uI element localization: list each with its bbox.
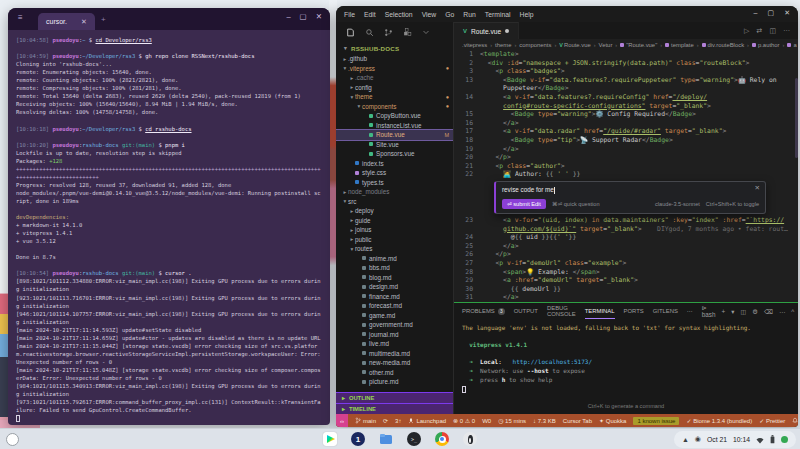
code-line[interactable]: 16 </a> [454, 119, 798, 128]
search-icon[interactable] [365, 28, 374, 37]
tree-item--cache[interactable]: ▸.cache [336, 73, 453, 83]
code-line[interactable]: 1<template> [454, 50, 798, 59]
tree-item--github[interactable]: ▸.github [336, 54, 453, 64]
tree-item-blog-md[interactable]: blog.md [336, 273, 453, 283]
tree-item-finance-md[interactable]: finance.md [336, 292, 453, 302]
breadcrumb-item[interactable]: template [665, 42, 694, 48]
terminal-app-icon[interactable]: >_ [407, 432, 421, 446]
terminal-minimize-icon[interactable]: – [286, 12, 290, 21]
breadcrumb-item[interactable]: div.routeBlock [702, 42, 745, 48]
status-item-0-0[interactable]: ⊗ 0 ⚠ 0 [453, 417, 475, 424]
breadcrumb-item[interactable]: a [787, 42, 796, 48]
panel-tab--[interactable]: ⋯ [687, 308, 693, 314]
status-item-launchpad[interactable]: Launchpad [408, 417, 446, 425]
tree-item-types-ts[interactable]: types.ts [336, 178, 453, 188]
panel-tab-output[interactable]: OUTPUT [514, 308, 538, 314]
code-line[interactable]: 30 {{ demoUrl }} [454, 285, 798, 294]
quick-question-label[interactable]: ⌘⏎ quick question [552, 200, 600, 209]
vscode-minimize-icon[interactable]: – [754, 9, 758, 17]
split-terminal-icon[interactable]: ◫ [740, 308, 746, 315]
tree-item-bbs-md[interactable]: bbs.md [336, 263, 453, 273]
menu-terminal[interactable]: Terminal [485, 11, 511, 18]
code-line[interactable]: 20 </p> [454, 153, 798, 162]
system-tray[interactable]: ▲ ◉ Oct 21 10:14 [674, 431, 796, 448]
tree-item-components[interactable]: ▾components● [336, 102, 453, 112]
code-editor[interactable]: 1<template>2 <div :id="namespace + JSON.… [454, 50, 798, 302]
code-line[interactable]: 25 </a> [454, 242, 798, 251]
launcher-button[interactable] [6, 433, 19, 446]
code-line[interactable]: 31 </a> [454, 293, 798, 302]
linux-penguin-icon[interactable] [463, 432, 477, 446]
breadcrumb-item[interactable]: .vitepress [462, 42, 487, 48]
code-line[interactable]: 19 </a> [454, 145, 798, 154]
status-item-biome-1-3-4-bundled[interactable]: ✓ Biome 1.3.4 (bundled) [686, 417, 752, 424]
status-item-1-known-issue[interactable]: 1 known issue [633, 417, 679, 425]
tree-item-joinus[interactable]: ▸joinus [336, 225, 453, 235]
new-terminal-icon[interactable]: + [722, 308, 726, 315]
more-actions-icon[interactable]: ⋯ [783, 27, 790, 35]
tree-item-site-vue[interactable]: Site.vue [336, 140, 453, 150]
status-item-quokka[interactable]: ✦ Quokka [599, 417, 626, 424]
code-line[interactable]: 15 <Badge type="warning">⚙️ Config Requi… [454, 110, 798, 119]
tree-item-other-md[interactable]: other.md [336, 368, 453, 378]
tree-item-live-md[interactable]: live.md [336, 339, 453, 349]
source-control-icon[interactable] [384, 28, 393, 37]
tree-item-index-ts[interactable]: index.ts [336, 159, 453, 169]
terminal-output[interactable]: [10:04:58] pseudoyu:~ $ cd Developer/rss… [8, 30, 330, 425]
code-line[interactable]: 14 <a v-if="data.features?.requireConfig… [454, 93, 798, 102]
model-selector[interactable]: claude-3.5-sonnet [655, 200, 700, 209]
tree-item-government-md[interactable]: government.md [336, 320, 453, 330]
menu-run[interactable]: Run [463, 11, 475, 18]
tree-item--vitepress[interactable]: ▾.vitepress● [336, 64, 453, 74]
settings-icon[interactable]: ⚙ [752, 308, 758, 315]
submit-edit-button[interactable]: ⏎ submit Edit [502, 199, 546, 210]
play-store-icon[interactable] [323, 432, 337, 446]
code-line[interactable]: config#route-specific-configurations" ta… [454, 102, 798, 111]
tree-item-route-vue[interactable]: Route.vueM [336, 130, 453, 140]
chevron-down-icon[interactable] [422, 28, 430, 36]
menu-selection[interactable]: Selection [385, 11, 413, 18]
code-line[interactable]: 3 <p class="badges"> [454, 67, 798, 76]
panel-tab-debug-console[interactable]: DEBUG CONSOLE [547, 305, 576, 317]
tree-item-node-modules[interactable]: ▸node_modules [336, 187, 453, 197]
tree-item-public[interactable]: ▸public [336, 235, 453, 245]
status-item-15-mins[interactable]: ◷ 15 mins [498, 417, 526, 424]
terminal-maximize-icon[interactable]: ▢ [300, 12, 307, 21]
terminal-new-tab-icon[interactable]: + [101, 15, 106, 24]
status-item-cursor-tab[interactable]: Cursor Tab [563, 418, 592, 424]
tree-item-design-md[interactable]: design.md [336, 282, 453, 292]
status-item-[interactable]: ⟳ [383, 417, 388, 424]
code-line[interactable]: 23 <a v-for="(uid, index) in data.mainta… [454, 216, 798, 225]
terminal-profile-bash[interactable]: ⊳ bash [702, 304, 716, 318]
tree-item-anime-md[interactable]: anime.md [336, 254, 453, 264]
terminal-tab[interactable]: cursor. ✕ [38, 13, 95, 30]
timeline-section-header[interactable]: ▸ TIMELINE [336, 403, 453, 414]
kill-terminal-icon[interactable]: ⌫ [764, 308, 773, 315]
menu-help[interactable]: Help [519, 11, 533, 18]
status-item-bell[interactable] [792, 417, 798, 425]
terminal-menu-icon[interactable]: ≡ [18, 13, 23, 22]
modified-dot-icon[interactable] [505, 29, 509, 33]
tree-item-routes[interactable]: ▾routes [336, 244, 453, 254]
breadcrumb-item[interactable]: VRoute.vue [559, 42, 591, 48]
menu-edit[interactable]: Edit [364, 11, 376, 18]
panel-tab-terminal[interactable]: TERMINAL [585, 303, 615, 319]
maximize-panel-icon[interactable]: ^ [791, 308, 794, 315]
remote-indicator[interactable]: ‹› [336, 414, 348, 427]
editor-tab-route-vue[interactable]: V Route.vue [454, 22, 519, 39]
outline-section-header[interactable]: ▸ OUTLINE [336, 392, 453, 403]
tree-item-guide[interactable]: ▸guide [336, 216, 453, 226]
inline-edit-input[interactable]: revise code for me [502, 186, 759, 195]
status-item-prettier[interactable]: ✓ Prettier [759, 417, 785, 424]
code-line[interactable]: 28 <span>💡 Example: </span> [454, 268, 798, 277]
editor-scrollbar[interactable] [795, 78, 798, 158]
tree-item-style-css[interactable]: style.css [336, 168, 453, 178]
code-line[interactable]: 26 </p> [454, 250, 798, 259]
tree-item-new-media-md[interactable]: new-media.md [336, 358, 453, 368]
close-icon[interactable]: ✕ [755, 184, 760, 193]
breadcrumb-item[interactable]: theme [495, 42, 511, 48]
tree-item-game-md[interactable]: game.md [336, 311, 453, 321]
extensions-icon[interactable] [403, 28, 412, 37]
menu-file[interactable]: File [344, 11, 355, 18]
files-app-icon[interactable] [379, 432, 393, 446]
